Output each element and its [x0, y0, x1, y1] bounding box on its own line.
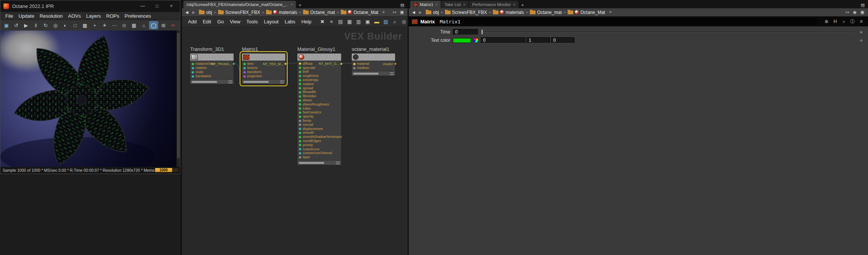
render-time-icon[interactable]: ⊙	[120, 21, 129, 29]
node-Material_Glossy1[interactable]: Material_Glossy1diffuseNT_MAT_G...specul…	[297, 53, 342, 165]
menu-go[interactable]: Go	[214, 18, 227, 25]
sticky-note-icon[interactable]: ▬	[372, 18, 381, 26]
port-hasCaustics[interactable]: hasCaustics	[297, 111, 341, 115]
scrollbar-thumb[interactable]	[177, 33, 180, 158]
port-dot[interactable]	[299, 75, 301, 77]
port-dot[interactable]	[299, 124, 301, 126]
menu-rops[interactable]: ROPs	[103, 12, 122, 20]
port-dot[interactable]	[299, 71, 301, 73]
save-image-icon[interactable]: ▣	[2, 21, 11, 29]
node-headbar[interactable]	[297, 53, 341, 61]
port-dot[interactable]	[299, 79, 301, 81]
brightness-icon[interactable]: ☀	[100, 21, 109, 29]
port-time[interactable]: timeNT_TEX_M...	[242, 62, 285, 66]
port-dot[interactable]	[299, 136, 301, 138]
port-dot[interactable]	[299, 111, 301, 114]
port-dot[interactable]	[299, 67, 301, 69]
color-g-input[interactable]: 1	[526, 37, 550, 43]
port-dot[interactable]	[353, 63, 356, 65]
gear-icon[interactable]: ⊛	[823, 18, 830, 25]
menu-icon[interactable]: ≡	[857, 18, 865, 25]
color-wheel-icon[interactable]	[473, 38, 479, 43]
port-translation[interactable]: translation	[190, 74, 234, 78]
menu-help[interactable]: Help	[298, 18, 314, 25]
output-connector-dot[interactable]	[284, 63, 287, 65]
port-dot[interactable]	[353, 67, 356, 69]
port-dot[interactable]	[299, 87, 301, 89]
port-dot[interactable]	[299, 140, 301, 142]
port-scale[interactable]: scale	[190, 70, 234, 74]
port-dot[interactable]	[192, 63, 194, 65]
scissors-icon[interactable]: ✂	[169, 21, 178, 29]
node-name-input[interactable]: Matrix1	[437, 18, 817, 25]
port-dot[interactable]	[299, 144, 301, 146]
color-r-input[interactable]: 0	[481, 37, 525, 43]
expand-icon[interactable]: □	[71, 21, 80, 29]
grid-icon[interactable]: ▦	[129, 21, 139, 29]
jump-to-node-icon[interactable]: ↦	[844, 9, 851, 16]
port-spread[interactable]: spread	[297, 86, 341, 90]
stop-icon[interactable]: ◎	[51, 21, 60, 29]
port-dot[interactable]	[299, 99, 301, 102]
exposure-icon[interactable]: ◐	[61, 21, 70, 29]
pane-layout-icon[interactable]: ▤	[859, 2, 866, 8]
tree-list-icon[interactable]: ≡	[327, 18, 336, 26]
network-canvas[interactable]: VEX Builder Transform_3D1rotationOrderNT…	[182, 27, 408, 255]
port-filmindex[interactable]: filmindex	[297, 94, 341, 98]
port-roughness[interactable]: roughness	[297, 74, 341, 78]
port-sheenRoughness[interactable]: sheenRoughness	[297, 102, 341, 107]
jump-to-node-icon[interactable]: ↦	[391, 9, 398, 16]
forward-icon[interactable]: ▶	[191, 10, 196, 14]
channel-icon[interactable]: ∗	[858, 30, 864, 35]
node-footer[interactable]	[352, 71, 395, 76]
node-Matrix1[interactable]: Matrix1timeNT_TEX_M...texturetransformpr…	[242, 53, 286, 84]
port-dot[interactable]	[243, 71, 246, 73]
menu-layout[interactable]: Layout	[261, 18, 282, 25]
node-lod-grip[interactable]	[228, 81, 232, 83]
close-icon[interactable]: ×	[291, 3, 293, 7]
breadcrumb-item-materials[interactable]: materials	[492, 10, 525, 15]
color-palette-icon[interactable]: ▨	[382, 18, 390, 26]
time-slider[interactable]	[482, 29, 854, 35]
port-dot[interactable]	[192, 67, 194, 69]
node-headbar[interactable]	[352, 53, 395, 61]
port-dot[interactable]	[192, 71, 194, 73]
port-opacity[interactable]: opacity	[297, 115, 341, 119]
menu-labs[interactable]: Labs	[282, 18, 298, 25]
breadcrumb-item-obj[interactable]: obj	[425, 10, 440, 15]
port-diffuse[interactable]: diffuseNT_MAT_G...	[297, 62, 341, 66]
port-rotation[interactable]: rotation	[297, 82, 341, 86]
close-button[interactable]: ×	[166, 2, 177, 10]
maximize-button[interactable]: □	[151, 2, 163, 10]
port-normal[interactable]: normal	[297, 123, 341, 127]
tab-matrix1[interactable]: Matrix1×	[410, 1, 441, 8]
new-tab-button[interactable]: +	[519, 2, 526, 8]
port-rotation[interactable]: rotation	[190, 66, 234, 70]
network-path-tab[interactable]: /obj/ScrewsFBX_FBX/materials/Octane_mat/…	[183, 1, 296, 8]
output-connector-dot[interactable]	[232, 63, 235, 65]
port-dot[interactable]	[299, 91, 301, 93]
port-roundEdges[interactable]: roundEdges	[297, 139, 341, 143]
display-options-icon[interactable]: ▤	[336, 18, 345, 26]
port-rotationOrder[interactable]: rotationOrderNT_TRANS...	[190, 62, 234, 66]
overview-icon[interactable]: ◎	[400, 18, 408, 26]
breadcrumb-item-obj[interactable]: obj	[198, 10, 213, 15]
port-priority[interactable]: priority	[297, 143, 341, 147]
breadcrumb-item-Octane_Mat[interactable]: Octane_Mat	[566, 10, 606, 15]
node-footer[interactable]	[242, 79, 285, 84]
port-dot[interactable]	[299, 156, 301, 159]
back-icon[interactable]: ◀	[411, 10, 416, 14]
port-specular[interactable]: specular	[297, 66, 341, 70]
close-icon[interactable]: ×	[513, 3, 516, 7]
port-material[interactable]: materialshader	[352, 62, 395, 66]
snapshot-icon[interactable]: ▣	[363, 18, 372, 26]
tab-take-list[interactable]: Take List×	[442, 1, 468, 8]
port-layer[interactable]: layer	[297, 155, 341, 159]
home-icon[interactable]: ⌂	[139, 21, 148, 29]
path-dropdown-icon[interactable]: ▼	[381, 10, 386, 14]
node-footer[interactable]	[190, 79, 234, 84]
grid-snap-icon[interactable]: ▦	[345, 18, 354, 26]
pause-icon[interactable]: ‖	[31, 21, 40, 29]
port-sheen[interactable]: sheen	[297, 98, 341, 102]
menu-file[interactable]: File	[3, 12, 16, 20]
